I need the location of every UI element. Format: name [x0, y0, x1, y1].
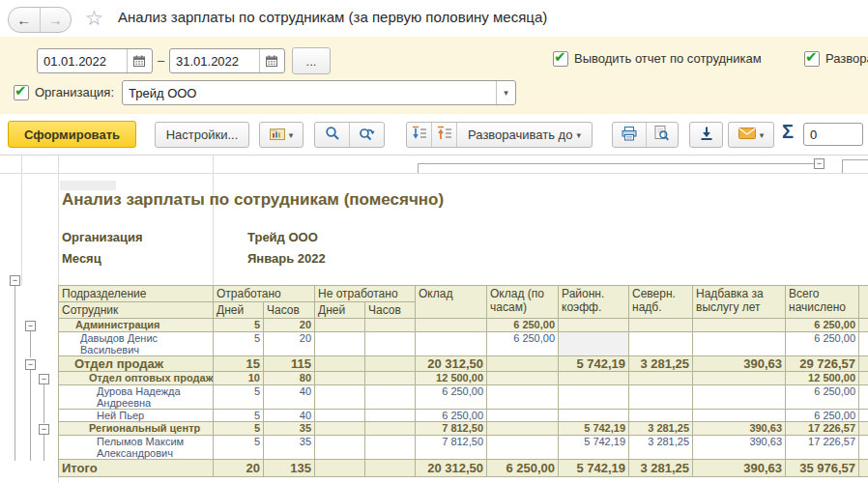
- col-header[interactable]: Часов: [264, 302, 315, 319]
- value-cell[interactable]: 5: [214, 319, 264, 332]
- date-from-input[interactable]: [38, 54, 127, 69]
- value-cell[interactable]: 35 976,57: [786, 460, 859, 477]
- value-cell[interactable]: [315, 385, 365, 410]
- value-cell[interactable]: 40: [264, 385, 315, 410]
- value-cell[interactable]: [315, 356, 365, 372]
- value-cell[interactable]: 5: [214, 410, 264, 422]
- value-cell[interactable]: 20: [214, 460, 264, 477]
- value-cell[interactable]: [629, 410, 693, 422]
- collapse-group-button[interactable]: −: [39, 424, 49, 435]
- value-cell[interactable]: [365, 436, 416, 460]
- value-cell[interactable]: 6 250,00: [416, 385, 487, 410]
- value-cell[interactable]: [629, 319, 693, 332]
- value-cell[interactable]: [315, 460, 365, 477]
- calendar-icon[interactable]: [127, 49, 151, 72]
- value-cell[interactable]: [629, 385, 693, 410]
- value-cell[interactable]: [416, 319, 487, 332]
- col-header[interactable]: Оклад (по часам): [487, 286, 559, 319]
- col-header[interactable]: Надбавка за выслугу лет: [693, 286, 786, 319]
- collapse-group-button[interactable]: −: [39, 374, 49, 384]
- col-header[interactable]: Отработано: [214, 286, 315, 302]
- value-cell[interactable]: [315, 410, 365, 422]
- value-cell[interactable]: [487, 372, 559, 385]
- value-cell[interactable]: 6 250,00: [487, 460, 559, 477]
- value-cell[interactable]: [487, 356, 559, 372]
- value-cell[interactable]: [315, 332, 365, 356]
- expand-rows-button[interactable]: [407, 123, 431, 147]
- organization-dropdown-button[interactable]: ▾: [496, 81, 515, 104]
- value-cell[interactable]: [416, 332, 487, 356]
- value-cell[interactable]: 5: [214, 422, 264, 436]
- value-cell[interactable]: 6 250,00: [416, 410, 487, 422]
- col-header[interactable]: Не отработано: [315, 286, 416, 302]
- value-cell[interactable]: 20: [264, 319, 315, 332]
- value-cell[interactable]: [559, 319, 629, 332]
- value-cell[interactable]: 7 812,50: [416, 436, 487, 460]
- forward-button[interactable]: →: [40, 8, 72, 32]
- value-cell[interactable]: 6 250,00: [786, 332, 859, 356]
- value-cell[interactable]: 20 312,50: [416, 356, 487, 372]
- value-cell[interactable]: 10: [214, 372, 264, 385]
- col-header[interactable]: Часов: [365, 302, 416, 319]
- value-cell[interactable]: 3 281,25: [629, 356, 693, 372]
- value-cell[interactable]: [365, 372, 416, 385]
- value-cell[interactable]: [559, 385, 629, 410]
- collapse-report-button[interactable]: −: [10, 275, 20, 286]
- search-next-button[interactable]: [349, 123, 384, 147]
- value-cell[interactable]: 6 250,00: [487, 319, 559, 332]
- value-cell[interactable]: [365, 422, 416, 436]
- value-cell[interactable]: 390,63: [693, 436, 786, 460]
- value-cell[interactable]: [487, 436, 559, 460]
- value-cell[interactable]: 17 226,57: [786, 422, 859, 436]
- value-cell[interactable]: [365, 385, 416, 410]
- name-cell[interactable]: Пелымов Максим Александрович: [59, 436, 214, 460]
- sum-icon[interactable]: Σ: [782, 121, 794, 143]
- value-cell[interactable]: 390,63: [693, 422, 786, 436]
- col-header[interactable]: Северн. надб.: [629, 286, 693, 319]
- value-cell[interactable]: [559, 332, 629, 356]
- name-cell[interactable]: Администрация: [59, 319, 214, 332]
- value-cell[interactable]: [315, 319, 365, 332]
- value-cell[interactable]: [487, 385, 559, 410]
- col-header[interactable]: Сотрудник: [59, 302, 214, 319]
- value-cell[interactable]: [693, 372, 786, 385]
- generate-button[interactable]: Сформировать: [8, 121, 136, 148]
- value-cell[interactable]: 5: [214, 385, 264, 410]
- col-header[interactable]: Дней: [214, 302, 264, 319]
- value-cell[interactable]: [629, 332, 693, 356]
- value-cell[interactable]: 5 742,19: [559, 436, 629, 460]
- value-cell[interactable]: [365, 319, 416, 332]
- value-cell[interactable]: [315, 372, 365, 385]
- organization-input[interactable]: [123, 81, 496, 104]
- value-cell[interactable]: 12 500,00: [786, 372, 859, 385]
- value-cell[interactable]: 5: [214, 436, 264, 460]
- value-cell[interactable]: 5 742,19: [559, 356, 629, 372]
- name-cell[interactable]: Итого: [59, 460, 214, 477]
- value-cell[interactable]: 135: [264, 460, 315, 477]
- col-header[interactable]: Дней: [315, 302, 365, 319]
- favorites-star-icon[interactable]: ☆: [85, 7, 103, 30]
- value-cell[interactable]: 3 281,25: [629, 422, 693, 436]
- value-cell[interactable]: [693, 332, 786, 356]
- name-cell[interactable]: Региональный центр: [59, 422, 214, 436]
- value-cell[interactable]: 3 281,25: [629, 436, 693, 460]
- print-preview-button[interactable]: [646, 123, 679, 147]
- value-cell[interactable]: [365, 332, 416, 356]
- value-cell[interactable]: 80: [264, 372, 315, 385]
- value-cell[interactable]: 29 726,57: [786, 356, 859, 372]
- back-button[interactable]: ←: [9, 8, 40, 32]
- value-cell[interactable]: 390,63: [693, 356, 786, 372]
- value-cell[interactable]: [693, 410, 786, 422]
- name-cell[interactable]: Ней Пьер: [59, 410, 214, 422]
- search-button[interactable]: [315, 123, 349, 147]
- value-cell[interactable]: 15: [214, 356, 264, 372]
- value-cell[interactable]: [629, 372, 693, 385]
- value-cell[interactable]: [315, 436, 365, 460]
- value-cell[interactable]: [365, 410, 416, 422]
- value-cell[interactable]: 6 250,00: [786, 319, 859, 332]
- value-cell[interactable]: 390,63: [693, 460, 786, 477]
- date-to-input[interactable]: [170, 54, 259, 69]
- col-header[interactable]: Районн. коэфф.: [559, 286, 629, 319]
- value-cell[interactable]: 5 742,19: [559, 460, 629, 477]
- value-cell[interactable]: 35: [264, 422, 315, 436]
